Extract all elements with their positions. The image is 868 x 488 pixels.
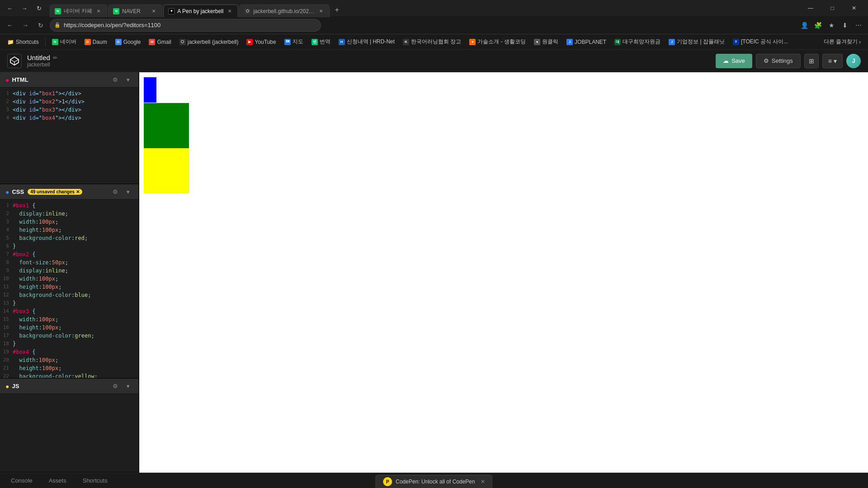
layout-icon: ≡ bbox=[828, 57, 832, 65]
refresh-button[interactable]: ↻ bbox=[33, 2, 45, 14]
bm-favicon-daum: D bbox=[85, 39, 91, 45]
address-bar: ← → ↻ 🔒 👤 🧩 ★ ⬇ ⋯ bbox=[0, 16, 868, 34]
browser-nav-controls: ← → ↻ bbox=[4, 2, 45, 14]
settings-button[interactable]: ⚙ Settings bbox=[756, 54, 801, 68]
bm-favicon-elife: ● bbox=[469, 39, 476, 45]
codepen-header: Untitled ✏ jackerbell ☁ Save ⚙ Settings … bbox=[0, 50, 868, 72]
codepen-logo-icon bbox=[10, 56, 19, 66]
css-code-editor[interactable]: 1 #box1 { 2 display:inline; 3 width:100p… bbox=[0, 200, 138, 378]
pen-title-row: Untitled ✏ bbox=[27, 54, 57, 61]
extension-btn[interactable]: 🧩 bbox=[812, 19, 824, 31]
tab-codepen[interactable]: ✦ A Pen by jackerbell ✕ bbox=[163, 5, 238, 17]
pro-close-btn[interactable]: ✕ bbox=[481, 479, 485, 485]
shortcuts-folder[interactable]: 📁 Shortcuts bbox=[4, 38, 42, 47]
reload-nav-button[interactable]: ↻ bbox=[34, 19, 47, 32]
css-line-6: 6 } bbox=[0, 242, 138, 250]
js-dot: ● bbox=[5, 383, 9, 390]
bm-title-korean: 한국어러닝협회 장고 bbox=[411, 38, 461, 46]
close-button[interactable]: ✕ bbox=[844, 0, 864, 16]
bookmark-korean[interactable]: K 한국어러닝협회 장고 bbox=[399, 37, 465, 47]
bookmark-ki[interactable]: J 기업정보 | 잡플래닛 bbox=[665, 37, 728, 47]
maximize-button[interactable]: □ bbox=[822, 0, 843, 16]
js-collapse-btn[interactable]: ▾ bbox=[123, 381, 133, 391]
more-bookmarks-btn[interactable]: 다른 즐겨찾기 › bbox=[820, 37, 864, 47]
bookmark-gmail[interactable]: M Gmail bbox=[145, 38, 175, 47]
bookmark-daum[interactable]: D Daum bbox=[81, 38, 111, 47]
css-line-17: 17 background-color:green; bbox=[0, 332, 138, 340]
bookmark-map[interactable]: 🗺 지도 bbox=[281, 37, 307, 47]
css-collapse-btn[interactable]: ▾ bbox=[123, 187, 133, 197]
bookmark-btn[interactable]: ★ bbox=[826, 19, 837, 31]
bookmark-papago[interactable]: 번 번역 bbox=[308, 37, 334, 47]
change-view-button[interactable]: ≡ ▾ bbox=[822, 54, 843, 68]
console-tab[interactable]: Console bbox=[5, 475, 38, 487]
bookmark-jobplanet[interactable]: J JOBPLANET bbox=[563, 38, 610, 47]
html-label: HTML bbox=[12, 76, 28, 83]
bookmark-toeic[interactable]: T [TOEIC 공식 사이... bbox=[729, 37, 792, 47]
save-button[interactable]: ☁ Save bbox=[716, 54, 752, 68]
tab-github[interactable]: ⬡ jackerbell.github.io/2022-04-20-... ✕ bbox=[239, 5, 330, 17]
tab-naver-cafe[interactable]: N 네이버 카페 ✕ bbox=[50, 5, 107, 17]
css-line-8: 8 font-size:50px; bbox=[0, 258, 138, 267]
js-settings-btn[interactable]: ⚙ bbox=[110, 381, 120, 391]
bookmark-oneclick[interactable]: ● 원클릭 bbox=[530, 37, 562, 47]
css-line-16: 16 height:100px; bbox=[0, 324, 138, 332]
pen-edit-icon[interactable]: ✏ bbox=[53, 55, 57, 61]
html-code-editor[interactable]: 1 <div id="box1"></div> 2 <div id="box2"… bbox=[0, 88, 138, 183]
html-line-1: 1 <div id="box1"></div> bbox=[0, 89, 138, 98]
settings-nav-btn[interactable]: ⋯ bbox=[853, 19, 864, 31]
css-line-3: 3 width:100px; bbox=[0, 218, 138, 226]
forward-button[interactable]: → bbox=[18, 2, 31, 14]
codepen-logo[interactable] bbox=[7, 54, 22, 68]
html-panel-header: ● HTML ⚙ ▾ bbox=[0, 72, 138, 88]
user-avatar[interactable]: J bbox=[846, 54, 861, 68]
css-settings-btn[interactable]: ⚙ bbox=[110, 187, 120, 197]
html-settings-btn[interactable]: ⚙ bbox=[110, 75, 120, 85]
bookmark-elife[interactable]: ● 가솔소개 - 생활코딩 bbox=[466, 37, 529, 47]
css-line-20: 20 width:100px; bbox=[0, 356, 138, 364]
bookmark-hrd[interactable]: H 신청내역 | HRD-Net bbox=[335, 37, 398, 47]
bookmark-google[interactable]: G Google bbox=[112, 38, 145, 47]
css-line-13: 13 } bbox=[0, 299, 138, 307]
bm-favicon-gmail: M bbox=[149, 39, 155, 45]
settings-gear-icon: ⚙ bbox=[764, 57, 769, 64]
bookmark-youtube[interactable]: ▶ YouTube bbox=[243, 38, 279, 47]
preview-box4 bbox=[144, 148, 189, 193]
tab-close-3[interactable]: ✕ bbox=[226, 8, 233, 15]
bm-favicon-oneclick: ● bbox=[534, 39, 540, 45]
js-code-editor[interactable] bbox=[0, 394, 138, 472]
tab-naver[interactable]: N NAVER ✕ bbox=[108, 5, 162, 17]
shortcuts-tab[interactable]: Shortcuts bbox=[77, 475, 113, 487]
html-dot: ● bbox=[5, 76, 9, 84]
unsaved-badge: 49 unsaved changes ✕ bbox=[28, 189, 82, 195]
save-cloud-icon: ☁ bbox=[723, 57, 729, 64]
unsaved-close-icon[interactable]: ✕ bbox=[76, 189, 80, 194]
bookmark-naver[interactable]: N 네이버 bbox=[48, 37, 80, 47]
html-collapse-btn[interactable]: ▾ bbox=[123, 75, 133, 85]
css-panel-header: ● CSS 49 unsaved changes ✕ ⚙ ▾ bbox=[0, 184, 138, 200]
forward-nav-button[interactable]: → bbox=[19, 19, 32, 32]
bm-title-map: 지도 bbox=[292, 38, 303, 46]
chevron-down-icon: › bbox=[859, 39, 861, 45]
css-header-right: ⚙ ▾ bbox=[110, 187, 133, 197]
bookmark-daegu[interactable]: 대 대구희망자원금 bbox=[611, 37, 664, 47]
bm-title-daegu: 대구희망자원금 bbox=[623, 38, 660, 46]
profile-icon-btn[interactable]: 👤 bbox=[798, 19, 810, 31]
tab-close-2[interactable]: ✕ bbox=[150, 8, 157, 15]
new-tab-button[interactable]: + bbox=[330, 4, 343, 16]
view-grid-button[interactable]: ⊞ bbox=[804, 54, 819, 68]
back-nav-button[interactable]: ← bbox=[4, 19, 16, 32]
css-label: CSS bbox=[12, 188, 24, 195]
back-button[interactable]: ← bbox=[4, 2, 16, 14]
bookmark-github-user[interactable]: ⬡ jackerbell (jackerbell) bbox=[176, 38, 242, 47]
tab-close-4[interactable]: ✕ bbox=[317, 8, 325, 15]
html-lang-label: ● HTML bbox=[5, 76, 28, 84]
download-btn[interactable]: ⬇ bbox=[839, 19, 851, 31]
tab-close-1[interactable]: ✕ bbox=[95, 8, 102, 15]
bm-title-daum: Daum bbox=[93, 39, 107, 45]
address-input[interactable] bbox=[50, 19, 321, 32]
assets-tab[interactable]: Assets bbox=[43, 475, 72, 487]
pro-upgrade-banner[interactable]: P CodePen: Unlock all of CodePen ✕ bbox=[375, 475, 492, 488]
minimize-button[interactable]: — bbox=[800, 0, 821, 16]
js-header-right: ⚙ ▾ bbox=[110, 381, 133, 391]
